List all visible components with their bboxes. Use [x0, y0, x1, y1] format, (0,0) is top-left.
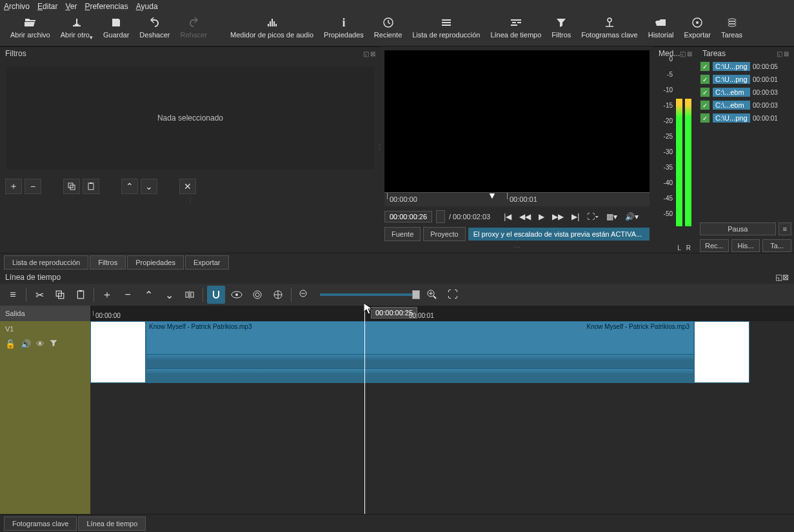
job-row[interactable]: ✓C:\U...png00:00:01 — [697, 112, 794, 124]
meter-scale: 0-5-10-15-20-25-30-35-40-45-50 — [664, 55, 673, 226]
save-button[interactable]: Guardar — [98, 13, 134, 41]
jobs-tab-rec[interactable]: Rec... — [700, 239, 729, 252]
properties-button[interactable]: iPropiedades — [319, 13, 369, 41]
job-row[interactable]: ✓C:\...ebm00:00:03 — [697, 86, 794, 99]
project-tab[interactable]: Proyecto — [423, 227, 465, 241]
track-filter-icon[interactable] — [50, 339, 57, 349]
pause-button[interactable]: Pausa — [700, 222, 776, 235]
peak-meter-button[interactable]: Medidor de picos de audio — [225, 13, 319, 41]
export-button[interactable]: Exportar — [679, 13, 716, 41]
copy-filter-button[interactable] — [63, 179, 80, 194]
paste-icon[interactable] — [72, 286, 90, 304]
timecode-spinner[interactable] — [436, 210, 445, 223]
keyframes-button[interactable]: Fotogramas clave — [576, 13, 642, 41]
tl-menu-icon[interactable]: ≡ — [4, 286, 22, 304]
grid-icon[interactable]: ▦▾ — [604, 212, 619, 221]
panel-close-icon[interactable]: ⊠ — [784, 50, 789, 57]
check-icon: ✓ — [700, 61, 710, 72]
overwrite-icon[interactable]: ⌄ — [160, 286, 178, 304]
paste-filter-button[interactable] — [83, 179, 99, 194]
zoom-fit-icon[interactable]: ⛶▾ — [585, 212, 600, 221]
open-file-button[interactable]: Abrir archivo — [5, 13, 55, 41]
snap-icon[interactable] — [207, 286, 225, 304]
jobs-button[interactable]: Tareas — [716, 13, 748, 41]
tab-timeline[interactable]: Línea de tiempo — [78, 517, 146, 531]
ripple-icon[interactable] — [248, 286, 266, 304]
menu-archivo[interactable]: Archivo — [4, 2, 30, 11]
panel-close-icon[interactable]: ⊠ — [370, 50, 375, 57]
job-row[interactable]: ✓C:\...ebm00:00:03 — [697, 99, 794, 112]
panel-close-icon[interactable]: ⊠ — [782, 273, 789, 282]
svg-rect-19 — [79, 290, 83, 291]
lift-icon[interactable]: ⌃ — [139, 286, 157, 304]
menu-ver[interactable]: Ver — [65, 2, 77, 11]
undo-button[interactable]: Deshacer — [134, 13, 175, 41]
cut-icon[interactable]: ✂ — [30, 286, 48, 304]
preview-ruler[interactable]: 00:00:00 ▼ 00:00:01 — [384, 192, 650, 206]
playlist-button[interactable]: Lista de reproducción — [407, 13, 485, 41]
preview-playhead-icon[interactable]: ▼ — [488, 190, 497, 201]
zoom-fit-icon[interactable]: ⛶ — [444, 286, 462, 304]
tab-export[interactable]: Exportar — [185, 255, 229, 270]
menu-editar[interactable]: Editar — [37, 2, 57, 11]
lock-icon[interactable]: 🔓 — [5, 339, 15, 349]
filters-button[interactable]: Filtros — [546, 13, 576, 41]
remove-icon[interactable]: − — [119, 286, 137, 304]
ripple-all-icon[interactable] — [269, 286, 287, 304]
open-other-button[interactable]: Abrir otro▾ — [55, 13, 98, 43]
panel-undock-icon[interactable]: ◱ — [680, 50, 686, 57]
panel-undock-icon[interactable]: ◱ — [363, 50, 369, 57]
redo-button[interactable]: Rehacer — [175, 13, 212, 41]
hide-icon[interactable]: 👁 — [36, 339, 45, 349]
volume-icon[interactable]: 🔊▾ — [623, 212, 640, 221]
panel-undock-icon[interactable]: ◱ — [777, 50, 782, 57]
source-tab[interactable]: Fuente — [384, 227, 421, 241]
play-icon[interactable]: ▶ — [537, 212, 546, 221]
scrub-icon[interactable] — [228, 286, 246, 304]
zoom-out-icon[interactable] — [295, 286, 313, 304]
prev-frame-icon[interactable]: ◀◀ — [517, 212, 533, 221]
tab-properties[interactable]: Propiedades — [127, 255, 184, 270]
tab-playlist[interactable]: Lista de reproducción — [4, 255, 88, 270]
skip-start-icon[interactable]: |◀ — [502, 212, 513, 221]
jobs-tab-his[interactable]: His... — [731, 239, 760, 252]
timecode-input[interactable] — [384, 211, 432, 222]
split-icon[interactable] — [181, 286, 199, 304]
tab-filters[interactable]: Filtros — [90, 255, 126, 270]
menu-ayuda[interactable]: Ayuda — [136, 2, 158, 11]
timeline-tracks[interactable]: 00:00:00 ▼ 00:00:00:25 00:00:01 Know Mys… — [90, 306, 794, 518]
next-frame-icon[interactable]: ▶▶ — [550, 212, 566, 221]
job-row[interactable]: ✓C:\U...png00:00:05 — [697, 60, 794, 73]
playhead-line[interactable] — [364, 306, 365, 518]
clip-blank[interactable] — [90, 321, 146, 383]
panel-undock-icon[interactable]: ◱ — [775, 273, 782, 282]
clip-audio[interactable]: Know Myself - Patrick Patrikios.mp3 Know… — [146, 321, 694, 383]
track-label[interactable]: V1 — [0, 321, 90, 337]
history-button[interactable]: Historial — [643, 13, 679, 41]
timeline-ruler[interactable]: 00:00:00 ▼ 00:00:00:25 00:00:01 — [90, 306, 794, 321]
menu-preferencias[interactable]: Preferencias — [84, 2, 128, 11]
job-row[interactable]: ✓C:\U...png00:00:01 — [697, 73, 794, 86]
move-up-button[interactable]: ⌃ — [121, 179, 138, 194]
deselect-button[interactable]: ✕ — [179, 179, 196, 194]
timeline-track-v1[interactable]: Know Myself - Patrick Patrikios.mp3 Know… — [90, 321, 794, 383]
jobs-menu-button[interactable]: ≡ — [779, 222, 791, 235]
preview-video[interactable] — [384, 50, 650, 192]
zoom-in-icon[interactable] — [423, 286, 441, 304]
append-icon[interactable]: ＋ — [98, 286, 116, 304]
panel-close-icon[interactable]: ⊠ — [687, 50, 692, 57]
jobs-tab-ta[interactable]: Ta... — [762, 239, 791, 252]
add-filter-button[interactable]: ＋ — [5, 179, 22, 194]
tab-keyframes[interactable]: Fotogramas clave — [4, 517, 77, 531]
recent-button[interactable]: Reciente — [369, 13, 407, 41]
mute-icon[interactable]: 🔊 — [21, 339, 31, 349]
proxy-banner[interactable]: El proxy y el escalado de vista previa e… — [468, 228, 650, 241]
skip-end-icon[interactable]: ▶| — [570, 212, 581, 221]
copy-icon[interactable] — [51, 286, 69, 304]
clip-blank[interactable] — [694, 321, 749, 383]
timeline-button[interactable]: Línea de tiempo — [485, 13, 546, 41]
remove-filter-button[interactable]: − — [25, 179, 41, 194]
zoom-slider[interactable] — [320, 293, 417, 296]
move-down-button[interactable]: ⌄ — [141, 179, 157, 194]
check-icon: ✓ — [700, 113, 710, 123]
